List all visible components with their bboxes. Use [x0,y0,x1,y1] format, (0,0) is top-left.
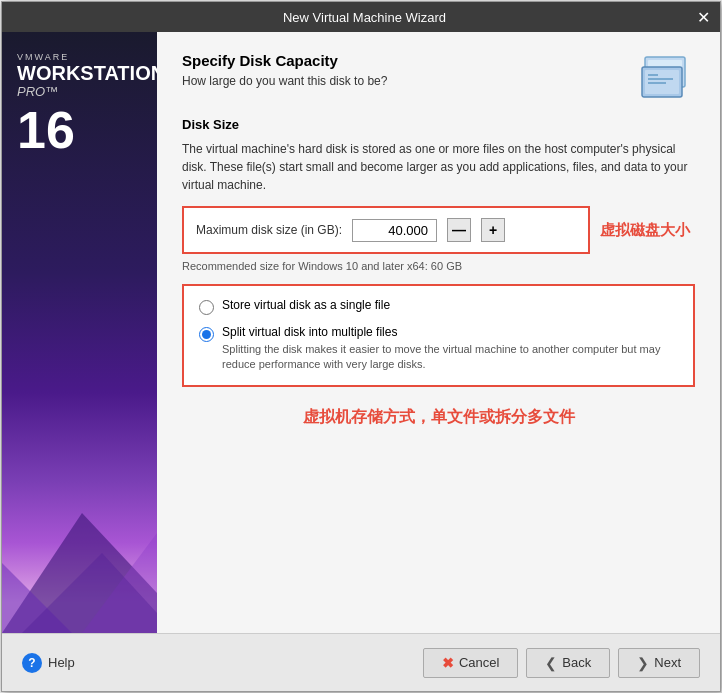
disk-increment-button[interactable]: + [481,218,505,242]
back-label: Back [562,655,591,670]
max-disk-label: Maximum disk size (in GB): [196,223,342,237]
version-number: 16 [17,104,142,156]
radio-option-single: Store virtual disk as a single file [199,298,678,315]
storage-options-box: Store virtual disk as a single file Spli… [182,284,695,387]
single-file-label-text: Store virtual disk as a single file [222,298,390,312]
multiple-files-label[interactable]: Split virtual disk into multiple files S… [222,325,678,373]
next-button[interactable]: ❯ Next [618,648,700,678]
svg-rect-10 [648,82,666,84]
disk-description: The virtual machine's hard disk is store… [182,140,695,194]
cancel-button[interactable]: ✖ Cancel [423,648,518,678]
next-label: Next [654,655,681,670]
back-arrow-icon: ❮ [545,655,557,671]
help-button[interactable]: ? Help [22,653,75,673]
multiple-files-radio[interactable] [199,327,214,342]
disk-decrement-button[interactable]: — [447,218,471,242]
decorative-shapes [2,433,157,633]
left-panel: VMWARE WORKSTATION PRO™ 16 [2,32,157,633]
svg-rect-8 [648,74,658,76]
right-panel: Specify Disk Capacity How large do you w… [157,32,720,633]
content-area: VMWARE WORKSTATION PRO™ 16 Specify Disk … [2,32,720,633]
disk-icon [640,52,695,102]
next-arrow-icon: ❯ [637,655,649,671]
footer-left: ? Help [22,653,75,673]
back-button[interactable]: ❮ Back [526,648,610,678]
disk-size-row: Maximum disk size (in GB): — + [196,218,576,242]
cancel-icon: ✖ [442,655,454,671]
vmware-label: VMWARE [17,52,142,62]
recommended-text: Recommended size for Windows 10 and late… [182,260,695,272]
page-subtitle: How large do you want this disk to be? [182,74,387,88]
footer: ? Help ✖ Cancel ❮ Back ❯ Next [2,633,720,691]
radio-option-multiple: Split virtual disk into multiple files S… [199,325,678,373]
page-header: Specify Disk Capacity How large do you w… [182,52,695,102]
help-icon: ? [22,653,42,673]
help-label: Help [48,655,75,670]
title-bar: New Virtual Machine Wizard ✕ [2,2,720,32]
footer-right: ✖ Cancel ❮ Back ❯ Next [423,648,700,678]
pro-label: PRO™ [17,84,142,99]
disk-section-title: Disk Size [182,117,695,132]
multiple-files-desc: Splitting the disk makes it easier to mo… [222,342,678,373]
page-title: Specify Disk Capacity [182,52,387,69]
main-window: New Virtual Machine Wizard ✕ VMWARE WORK… [1,1,721,692]
disk-size-section: Disk Size The virtual machine's hard dis… [182,117,695,284]
vmware-logo: VMWARE WORKSTATION PRO™ 16 [17,52,142,156]
disk-size-input[interactable] [352,219,437,242]
multiple-files-label-text: Split virtual disk into multiple files [222,325,678,339]
close-button[interactable]: ✕ [697,8,710,27]
cancel-label: Cancel [459,655,499,670]
window-title: New Virtual Machine Wizard [32,10,697,25]
disk-size-annotation: 虚拟磁盘大小 [600,221,690,240]
workstation-label: WORKSTATION [17,62,142,84]
page-header-text: Specify Disk Capacity How large do you w… [182,52,387,88]
single-file-radio[interactable] [199,300,214,315]
disk-size-box: Maximum disk size (in GB): — + [182,206,590,254]
single-file-label[interactable]: Store virtual disk as a single file [222,298,390,312]
storage-annotation: 虚拟机存储方式，单文件或拆分多文件 [182,407,695,428]
svg-rect-9 [648,78,673,80]
